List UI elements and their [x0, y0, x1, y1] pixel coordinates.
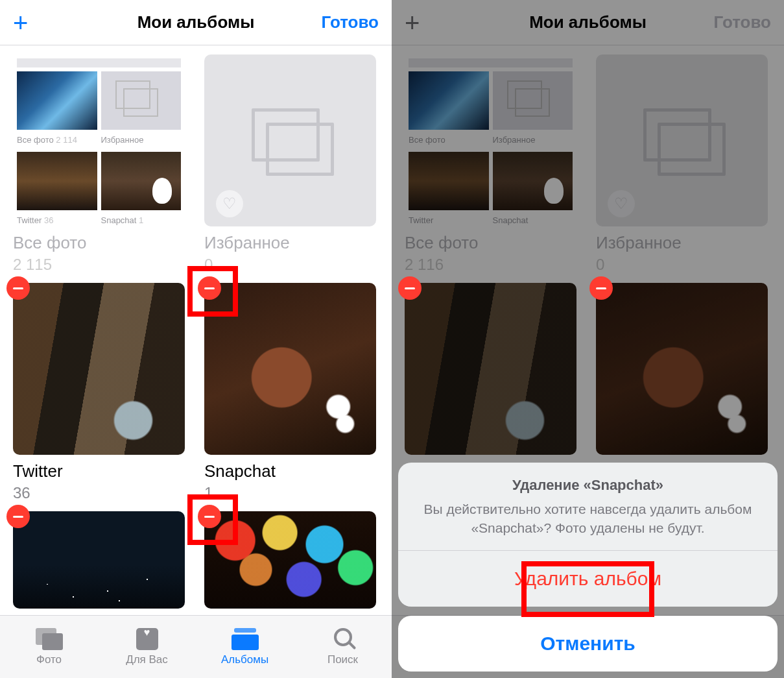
tab-albums[interactable]: Альбомы	[196, 616, 294, 678]
heart-icon: ♡	[216, 190, 243, 217]
mini-label: Избранное	[101, 134, 182, 148]
tab-label: Поиск	[327, 653, 358, 666]
cancel-button[interactable]: Отменить	[398, 616, 778, 672]
mini-label: Twitter 36	[17, 214, 97, 226]
stack-icon	[252, 108, 329, 173]
screen-delete-confirm: + Мои альбомы Готово Все фото Избранное …	[392, 0, 784, 678]
mini-label: Snapchat 1	[101, 214, 182, 226]
for-you-icon	[134, 628, 161, 650]
album-all-photos[interactable]: Все фото 2 114 Избранное Twitter 36 Snap…	[13, 54, 185, 274]
album-name: Snapchat	[204, 461, 376, 481]
add-album-button[interactable]: +	[13, 10, 28, 36]
highlight-box	[187, 266, 238, 317]
album-snapchat[interactable]: Snapchat 1	[204, 283, 376, 502]
album-favorites[interactable]: ♡ Избранное 0	[204, 54, 376, 274]
album-count: 36	[13, 484, 185, 502]
tab-label: Для Вас	[126, 653, 168, 666]
done-button[interactable]: Готово	[322, 12, 379, 32]
sheet-header: Удаление «Snapchat» Вы действительно хот…	[398, 463, 778, 550]
delete-album-icon	[589, 276, 613, 300]
tab-photos[interactable]: Фото	[0, 616, 98, 678]
tab-label: Альбомы	[221, 653, 268, 666]
albums-icon	[232, 628, 259, 650]
album-twitter[interactable]: Twitter 36	[13, 283, 185, 502]
album-thumbnail: Все фото 2 114 Избранное Twitter 36 Snap…	[13, 54, 185, 226]
highlight-box	[187, 494, 238, 545]
delete-album-icon[interactable]	[6, 276, 30, 300]
tab-search[interactable]: Поиск	[294, 616, 392, 678]
album-name: Twitter	[13, 461, 185, 481]
sheet-title: Удаление «Snapchat»	[416, 477, 759, 494]
albums-grid[interactable]: Все фото 2 114 Избранное Twitter 36 Snap…	[0, 45, 392, 615]
action-sheet: Удаление «Snapchat» Вы действительно хот…	[398, 463, 778, 672]
album-thumbnail	[13, 511, 185, 609]
delete-album-icon	[398, 276, 422, 300]
done-button: Готово	[714, 12, 771, 32]
album-item[interactable]	[204, 511, 376, 609]
nav-bar: + Мои альбомы Готово	[0, 0, 392, 45]
highlight-box	[521, 561, 654, 617]
mini-label: Все фото 2 114	[17, 134, 97, 148]
photos-icon	[36, 628, 63, 650]
screen-edit-albums: + Мои альбомы Готово Все фото 2 114 Избр…	[0, 0, 392, 678]
search-icon	[329, 628, 357, 650]
album-name: Все фото	[13, 233, 185, 253]
tab-bar: Фото Для Вас Альбомы Поиск	[0, 615, 392, 678]
album-count: 2 115	[13, 256, 185, 274]
album-item[interactable]	[13, 511, 185, 609]
tab-for-you[interactable]: Для Вас	[98, 616, 196, 678]
album-thumbnail	[13, 283, 185, 455]
delete-album-icon[interactable]	[6, 505, 30, 528]
album-thumbnail: ♡	[204, 54, 376, 226]
sheet-message: Вы действительно хотите навсегда удалить…	[416, 500, 759, 537]
album-name: Избранное	[204, 233, 376, 253]
tab-label: Фото	[36, 653, 62, 666]
